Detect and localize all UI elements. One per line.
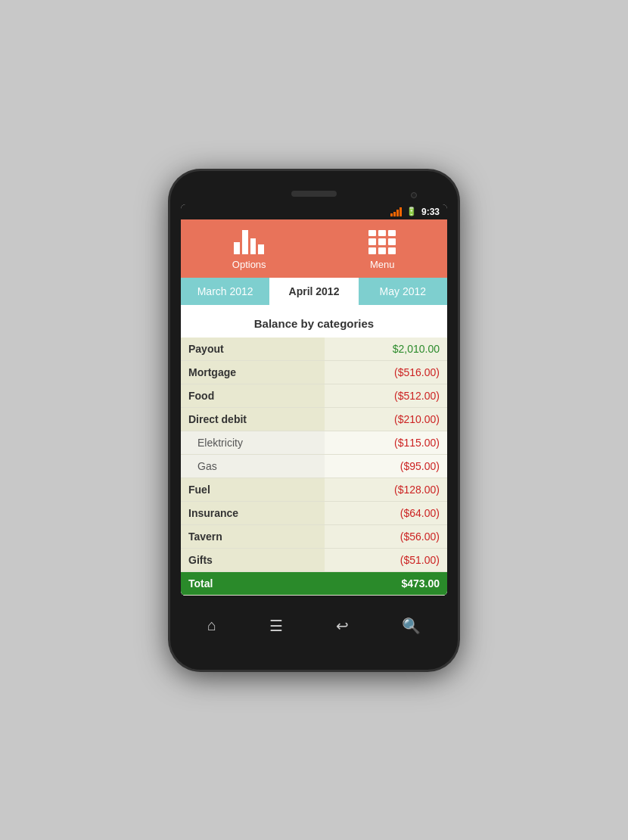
row-label: Gas — [181, 454, 325, 478]
row-label: Insurance — [181, 501, 325, 524]
grid-icon — [368, 230, 396, 254]
row-amount: $2,010.00 — [325, 338, 447, 361]
bottom-nav: ⌂ ☰ ↩ 🔍 — [181, 606, 447, 646]
row-amount: ($95.00) — [325, 454, 447, 478]
row-label: Direct debit — [181, 407, 325, 431]
status-time: 9:33 — [421, 207, 440, 217]
total-label: Total — [181, 571, 325, 595]
total-amount: $473.00 — [325, 571, 447, 595]
back-button[interactable]: ↩ — [336, 617, 349, 635]
content-area: Balance by categories Payout$2,010.00Mor… — [181, 305, 447, 596]
row-label: Payout — [181, 338, 325, 361]
app-header: Options Menu — [181, 219, 447, 278]
table-row[interactable]: Tavern($56.00) — [181, 524, 447, 548]
row-amount: ($64.00) — [325, 501, 447, 524]
camera — [411, 192, 417, 198]
table-row[interactable]: Gas($95.00) — [181, 454, 447, 478]
total-row: Total$473.00 — [181, 571, 447, 595]
phone-frame: 🔋 9:33 Options Menu — [170, 171, 458, 670]
row-label: Mortgage — [181, 360, 325, 384]
row-amount: ($128.00) — [325, 478, 447, 501]
table-row[interactable]: Gifts($51.00) — [181, 548, 447, 571]
status-bar: 🔋 9:33 — [181, 204, 447, 219]
section-title: Balance by categories — [181, 313, 447, 338]
speaker — [291, 191, 337, 197]
table-row[interactable]: Insurance($64.00) — [181, 501, 447, 524]
phone-bottom — [181, 646, 447, 653]
phone-top — [181, 185, 447, 204]
table-row[interactable]: Direct debit($210.00) — [181, 407, 447, 431]
tab-prev-month[interactable]: March 2012 — [181, 278, 269, 305]
row-label: Gifts — [181, 548, 325, 571]
row-label: Elektricity — [181, 431, 325, 454]
menu-label: Menu — [370, 259, 395, 270]
row-amount: ($56.00) — [325, 524, 447, 548]
tab-current-month[interactable]: April 2012 — [269, 278, 358, 305]
table-row[interactable]: Food($512.00) — [181, 384, 447, 407]
balance-table: Payout$2,010.00Mortgage($516.00)Food($51… — [181, 338, 447, 596]
row-amount: ($115.00) — [325, 431, 447, 454]
menu-button[interactable]: Menu — [368, 230, 396, 270]
bar-chart-icon — [234, 230, 264, 254]
tab-next-month[interactable]: May 2012 — [359, 278, 447, 305]
row-amount: ($516.00) — [325, 360, 447, 384]
home-button[interactable]: ⌂ — [207, 617, 216, 634]
battery-icon: 🔋 — [406, 207, 417, 216]
menu-nav-button[interactable]: ☰ — [269, 617, 283, 635]
row-label: Fuel — [181, 478, 325, 501]
row-amount: ($512.00) — [325, 384, 447, 407]
options-label: Options — [232, 259, 266, 270]
table-row[interactable]: Elektricity($115.00) — [181, 431, 447, 454]
search-button[interactable]: 🔍 — [402, 617, 421, 635]
row-amount: ($210.00) — [325, 407, 447, 431]
row-label: Tavern — [181, 524, 325, 548]
table-row[interactable]: Payout$2,010.00 — [181, 338, 447, 361]
row-amount: ($51.00) — [325, 548, 447, 571]
options-button[interactable]: Options — [232, 230, 266, 270]
screen: 🔋 9:33 Options Menu — [181, 204, 447, 596]
table-row[interactable]: Mortgage($516.00) — [181, 360, 447, 384]
table-row[interactable]: Fuel($128.00) — [181, 478, 447, 501]
month-tabs: March 2012 April 2012 May 2012 — [181, 278, 447, 305]
row-label: Food — [181, 384, 325, 407]
signal-icon — [390, 207, 402, 216]
